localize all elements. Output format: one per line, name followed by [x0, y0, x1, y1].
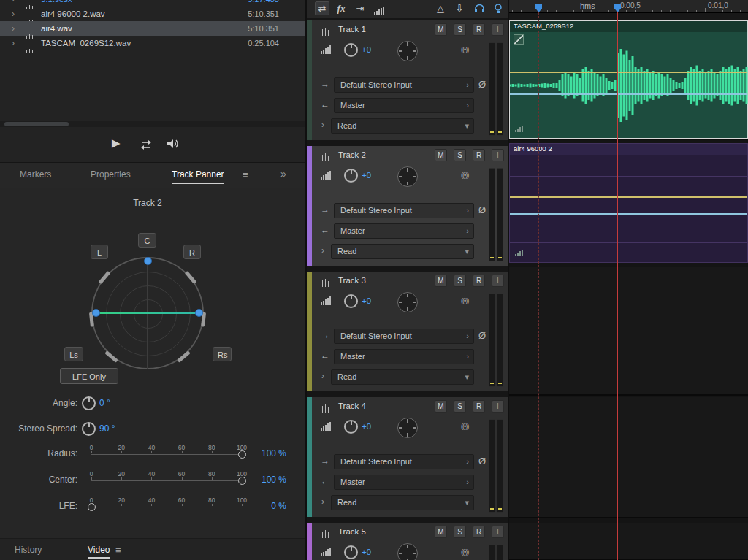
volume-knob[interactable] — [344, 43, 358, 57]
expand-chevron-icon[interactable]: › — [321, 371, 324, 381]
speaker-button-l[interactable]: L — [91, 245, 108, 259]
track-monitor-input-button[interactable]: I — [492, 275, 504, 287]
volume-value[interactable]: +0 — [362, 296, 371, 305]
param-value[interactable]: 100 % — [250, 448, 286, 459]
automation-mode-select[interactable]: Read▾ — [331, 244, 474, 259]
panel-overflow-icon[interactable]: » — [280, 168, 285, 180]
disclosure-chevron-icon[interactable]: › — [12, 7, 15, 21]
track-lane[interactable] — [509, 523, 748, 560]
panel-menu-icon[interactable]: ≡ — [243, 169, 248, 180]
output-select[interactable]: Master› — [334, 223, 474, 239]
spread-right-handle[interactable] — [195, 309, 203, 317]
track-color-strip[interactable] — [307, 523, 312, 560]
param-value[interactable]: 100 % — [250, 475, 286, 485]
volume-knob[interactable] — [344, 545, 358, 559]
track-mute-button[interactable]: M — [435, 400, 447, 413]
scrollbar-thumb[interactable] — [4, 122, 69, 126]
speaker-button-r[interactable]: R — [183, 245, 201, 259]
track-monitor-input-button[interactable]: I — [492, 526, 504, 538]
pan-position-handle[interactable] — [144, 257, 152, 265]
track-color-strip[interactable] — [307, 20, 312, 140]
pan-knob[interactable] — [397, 543, 418, 560]
clip-header[interactable]: air4 96000 2 — [510, 144, 747, 155]
slider-handle[interactable] — [238, 477, 246, 485]
volume-envelope-line[interactable] — [510, 72, 747, 73]
speaker-button[interactable] — [167, 139, 180, 151]
skip-selection-icon[interactable]: ⇩ — [452, 1, 467, 15]
volume-value[interactable]: +0 — [362, 548, 371, 556]
automation-mode-select[interactable]: Read▾ — [331, 118, 474, 134]
monitor-input-icon[interactable]: ((•)) — [461, 172, 468, 179]
track-mute-button[interactable]: M — [435, 526, 447, 538]
pan-envelope-line[interactable] — [510, 213, 747, 215]
polarity-icon[interactable]: Ø — [478, 204, 486, 215]
volume-envelope-line[interactable] — [510, 196, 747, 198]
input-select[interactable]: Default Stereo Input› — [334, 329, 474, 344]
tab-track-panner[interactable]: Track Panner — [172, 169, 224, 184]
file-row[interactable]: › 5.1.sesx 5:17.488 — [0, 0, 305, 7]
track-name[interactable]: Track 2 — [338, 150, 366, 159]
tab-properties[interactable]: Properties — [91, 169, 131, 180]
track-color-strip[interactable] — [307, 272, 312, 391]
polarity-icon[interactable]: Ø — [478, 79, 486, 90]
tab-video[interactable]: Video — [88, 545, 110, 559]
radius-slider[interactable]: 0 20 40 60 80 100 — [82, 444, 257, 463]
files-horizontal-scrollbar[interactable] — [0, 121, 305, 127]
center-slider[interactable]: 0 20 40 60 80 100 — [82, 470, 257, 489]
volume-value[interactable]: +0 — [362, 45, 371, 54]
automation-mode-select[interactable]: Read▾ — [331, 369, 474, 385]
polarity-icon[interactable]: Ø — [478, 330, 486, 341]
track-lane[interactable] — [509, 397, 748, 518]
pan-knob[interactable] — [397, 166, 418, 187]
time-format-label[interactable]: hms — [580, 1, 595, 10]
slip-tool-icon[interactable]: ⇥ — [353, 1, 367, 15]
track-monitor-input-button[interactable]: I — [492, 23, 504, 36]
param-value[interactable]: 0 % — [250, 501, 286, 511]
monitor-input-icon[interactable]: ((•)) — [461, 46, 468, 53]
track-solo-button[interactable]: S — [454, 149, 466, 161]
panel-menu-icon[interactable]: ≡ — [115, 545, 121, 556]
track-monitor-input-button[interactable]: I — [492, 400, 504, 413]
pan-knob[interactable] — [397, 292, 418, 312]
track-lane[interactable] — [509, 267, 748, 396]
track-name[interactable]: Track 4 — [338, 402, 366, 410]
automation-mode-select[interactable]: Read▾ — [331, 495, 474, 510]
volume-knob[interactable] — [344, 420, 358, 434]
time-ruler[interactable]: hms 0:00,50:01,0 — [509, 0, 748, 13]
track-name[interactable]: Track 5 — [338, 527, 366, 536]
param-value[interactable]: 90 ° — [99, 423, 115, 434]
track-color-strip[interactable] — [307, 146, 312, 266]
expand-chevron-icon[interactable]: › — [321, 245, 324, 256]
disclosure-chevron-icon[interactable]: › — [12, 36, 15, 50]
record-light-icon[interactable] — [491, 1, 505, 15]
pan-knob[interactable] — [397, 418, 418, 438]
tab-history[interactable]: History — [15, 545, 42, 555]
headphones-monitor-icon[interactable] — [472, 1, 486, 15]
input-select[interactable]: Default Stereo Input› — [334, 203, 474, 218]
input-select[interactable]: Default Stereo Input› — [334, 454, 474, 469]
output-select[interactable]: Master› — [334, 475, 474, 490]
track-arm-button[interactable]: R — [473, 23, 485, 36]
track-solo-button[interactable]: S — [454, 400, 466, 413]
monitor-input-icon[interactable]: ((•)) — [461, 548, 468, 556]
volume-knob[interactable] — [344, 294, 358, 308]
track-name[interactable]: Track 3 — [338, 276, 366, 285]
move-tool-icon[interactable]: ⇄ — [315, 1, 329, 15]
expand-chevron-icon[interactable]: › — [321, 496, 324, 507]
lfe-only-button[interactable]: LFE Only — [60, 368, 118, 384]
polarity-icon[interactable]: Ø — [478, 456, 486, 467]
monitor-input-icon[interactable]: ((•)) — [461, 423, 468, 430]
lfe-slider[interactable]: 0 20 40 60 80 100 — [82, 496, 257, 515]
audio-clip[interactable]: air4 96000 2 — [509, 143, 748, 263]
track-arm-button[interactable]: R — [473, 526, 485, 538]
track-mute-button[interactable]: M — [435, 275, 447, 287]
expand-chevron-icon[interactable]: › — [321, 120, 324, 130]
clip-header[interactable]: TASCAM_0269S12 — [510, 21, 747, 32]
stereo-spread-knob[interactable] — [82, 422, 96, 436]
speaker-button-c[interactable]: C — [138, 233, 156, 248]
input-select[interactable]: Default Stereo Input› — [334, 77, 474, 93]
volume-knob[interactable] — [344, 169, 358, 183]
track-name[interactable]: Track 1 — [338, 25, 366, 34]
disclosure-chevron-icon[interactable]: › — [12, 21, 15, 36]
playhead-line[interactable] — [617, 12, 618, 560]
